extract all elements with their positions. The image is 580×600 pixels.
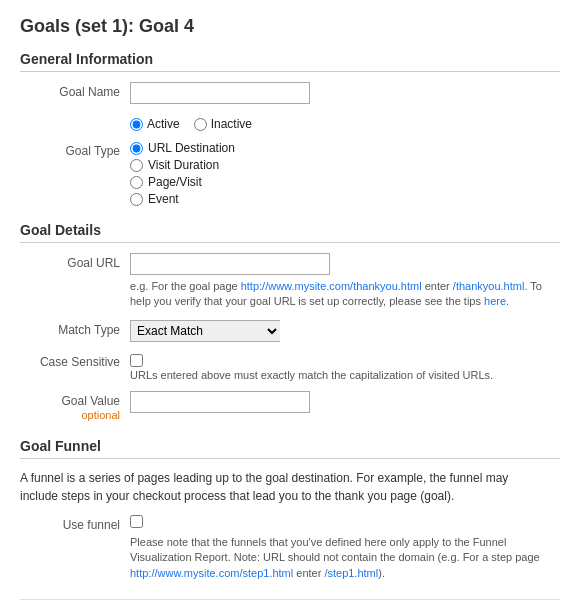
- goal-type-content: URL Destination Visit Duration Page/Visi…: [130, 141, 560, 206]
- goal-url-label: Goal URL: [20, 253, 130, 270]
- goal-type-visit-dur-radio[interactable]: [130, 159, 143, 172]
- goal-type-url-dest-radio[interactable]: [130, 142, 143, 155]
- goal-type-label: Goal Type: [20, 141, 130, 158]
- goal-type-url-dest-label: URL Destination: [148, 141, 235, 155]
- goal-type-page-visit: Page/Visit: [130, 175, 560, 189]
- goal-name-content: [130, 82, 560, 104]
- inactive-label-text: Inactive: [211, 117, 252, 131]
- use-funnel-content: Please note that the funnels that you've…: [130, 515, 560, 581]
- goal-value-content: [130, 391, 560, 413]
- goal-type-event: Event: [130, 192, 560, 206]
- inactive-radio-label[interactable]: Inactive: [194, 117, 252, 131]
- active-radio[interactable]: [130, 118, 143, 131]
- goal-type-visit-dur-label: Visit Duration: [148, 158, 219, 172]
- help-link2[interactable]: /thankyou.html: [453, 280, 525, 292]
- goal-url-content: e.g. For the goal page http://www.mysite…: [130, 253, 560, 310]
- goal-type-page-visit-radio[interactable]: [130, 176, 143, 189]
- goal-value-input[interactable]: [130, 391, 310, 413]
- goal-details-heading: Goal Details: [20, 222, 560, 243]
- use-funnel-row: Use funnel Please note that the funnels …: [20, 515, 560, 581]
- general-information-heading: General Information: [20, 51, 560, 72]
- goal-value-optional: optional: [81, 409, 120, 421]
- inactive-radio[interactable]: [194, 118, 207, 131]
- page-title: Goals (set 1): Goal 4: [20, 16, 560, 37]
- case-sensitive-desc: URLs entered above must exactly match th…: [130, 369, 560, 381]
- funnel-note-end: ).: [378, 567, 385, 579]
- active-radio-label[interactable]: Active: [130, 117, 180, 131]
- active-status-row: Active Inactive: [20, 114, 560, 131]
- active-label-text: Active: [147, 117, 180, 131]
- goal-url-help: e.g. For the goal page http://www.mysite…: [130, 279, 560, 310]
- funnel-note-middle: enter: [293, 567, 324, 579]
- goal-type-radio-group: URL Destination Visit Duration Page/Visi…: [130, 141, 560, 206]
- case-sensitive-label: Case Sensitive: [20, 352, 130, 369]
- goal-type-visit-dur: Visit Duration: [130, 158, 560, 172]
- use-funnel-checkbox[interactable]: [130, 515, 143, 528]
- help-link3[interactable]: here: [484, 295, 506, 307]
- case-sensitive-checkbox-row: [130, 352, 560, 367]
- funnel-note-link2[interactable]: /step1.html: [324, 567, 378, 579]
- goal-details-section: Goal Details Goal URL e.g. For the goal …: [20, 222, 560, 422]
- goal-value-label-text: Goal Value: [62, 394, 120, 408]
- goal-name-input[interactable]: [130, 82, 310, 104]
- goal-value-label: Goal Value optional: [20, 391, 130, 422]
- help-text-before: e.g. For the goal page: [130, 280, 241, 292]
- goal-url-row: Goal URL e.g. For the goal page http://w…: [20, 253, 560, 310]
- case-sensitive-row: Case Sensitive URLs entered above must e…: [20, 352, 560, 381]
- goal-type-row: Goal Type URL Destination Visit Duration…: [20, 141, 560, 206]
- use-funnel-label: Use funnel: [20, 515, 130, 532]
- goal-name-row: Goal Name: [20, 82, 560, 104]
- funnel-note: Please note that the funnels that you've…: [130, 535, 560, 581]
- goal-funnel-description: A funnel is a series of pages leading up…: [20, 469, 540, 505]
- case-sensitive-content: URLs entered above must exactly match th…: [130, 352, 560, 381]
- active-status-content: Active Inactive: [130, 114, 560, 131]
- goal-name-label: Goal Name: [20, 82, 130, 99]
- goal-url-input[interactable]: [130, 253, 330, 275]
- goal-funnel-section: Goal Funnel A funnel is a series of page…: [20, 438, 560, 581]
- match-type-row: Match Type Exact Match Head Match Regula…: [20, 320, 560, 342]
- help-text-middle: enter: [422, 280, 453, 292]
- goal-value-row: Goal Value optional: [20, 391, 560, 422]
- goal-type-page-visit-label: Page/Visit: [148, 175, 202, 189]
- goal-type-url-dest: URL Destination: [130, 141, 560, 155]
- help-link1[interactable]: http://www.mysite.com/thankyou.html: [241, 280, 422, 292]
- match-type-select[interactable]: Exact Match Head Match Regular Expressio…: [130, 320, 280, 342]
- case-sensitive-checkbox[interactable]: [130, 354, 143, 367]
- goal-type-event-label: Event: [148, 192, 179, 206]
- match-type-content: Exact Match Head Match Regular Expressio…: [130, 320, 560, 342]
- match-type-select-wrapper: Exact Match Head Match Regular Expressio…: [130, 320, 560, 342]
- match-type-label: Match Type: [20, 320, 130, 337]
- help-text-end: .: [506, 295, 509, 307]
- goal-type-event-radio[interactable]: [130, 193, 143, 206]
- funnel-note-before: Please note that the funnels that you've…: [130, 536, 540, 563]
- active-status-label: [20, 114, 130, 117]
- goal-funnel-heading: Goal Funnel: [20, 438, 560, 459]
- general-information-section: General Information Goal Name Active Ina…: [20, 51, 560, 206]
- funnel-note-link1[interactable]: http://www.mysite.com/step1.html: [130, 567, 293, 579]
